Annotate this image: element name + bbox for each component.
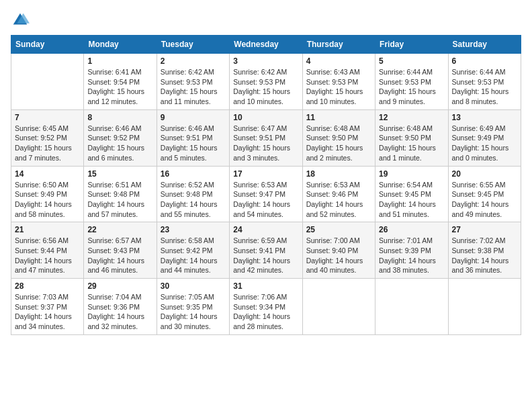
day-number: 1 [87, 56, 152, 66]
calendar-cell: 13Sunrise: 6:49 AM Sunset: 9:49 PM Dayli… [448, 109, 521, 166]
day-info: Sunrise: 6:48 AM Sunset: 9:50 PM Dayligh… [379, 124, 444, 163]
calendar-cell: 12Sunrise: 6:48 AM Sunset: 9:50 PM Dayli… [375, 109, 448, 166]
calendar-cell: 31Sunrise: 7:06 AM Sunset: 9:34 PM Dayli… [230, 279, 302, 335]
day-number: 31 [233, 281, 298, 291]
day-number: 9 [161, 113, 226, 122]
weekday-header-row: SundayMondayTuesdayWednesdayThursdayFrid… [11, 36, 521, 54]
day-info: Sunrise: 6:46 AM Sunset: 9:52 PM Dayligh… [87, 124, 152, 163]
day-info: Sunrise: 6:42 AM Sunset: 9:53 PM Dayligh… [233, 67, 298, 107]
calendar-cell [302, 279, 375, 335]
day-info: Sunrise: 6:53 AM Sunset: 9:47 PM Dayligh… [233, 180, 298, 220]
calendar-cell: 25Sunrise: 7:00 AM Sunset: 9:40 PM Dayli… [302, 222, 375, 279]
calendar-cell: 28Sunrise: 7:03 AM Sunset: 9:37 PM Dayli… [11, 279, 84, 335]
day-info: Sunrise: 6:54 AM Sunset: 9:45 PM Dayligh… [379, 180, 444, 220]
day-info: Sunrise: 6:56 AM Sunset: 9:44 PM Dayligh… [15, 236, 80, 275]
calendar-cell [11, 54, 84, 110]
day-number: 17 [233, 169, 298, 179]
calendar-cell: 7Sunrise: 6:45 AM Sunset: 9:52 PM Daylig… [11, 109, 84, 166]
day-number: 26 [379, 225, 444, 234]
calendar-cell: 18Sunrise: 6:53 AM Sunset: 9:46 PM Dayli… [302, 166, 375, 222]
weekday-header: Wednesday [230, 36, 302, 54]
calendar-table: SundayMondayTuesdayWednesdayThursdayFrid… [11, 35, 521, 335]
day-number: 8 [87, 113, 152, 122]
day-number: 2 [161, 56, 226, 66]
page-header [11, 11, 521, 30]
day-info: Sunrise: 6:52 AM Sunset: 9:48 PM Dayligh… [161, 180, 226, 220]
calendar-cell: 19Sunrise: 6:54 AM Sunset: 9:45 PM Dayli… [375, 166, 448, 222]
day-number: 23 [161, 225, 226, 234]
day-info: Sunrise: 6:53 AM Sunset: 9:46 PM Dayligh… [306, 180, 371, 220]
day-info: Sunrise: 6:59 AM Sunset: 9:41 PM Dayligh… [233, 236, 298, 275]
calendar-cell: 15Sunrise: 6:51 AM Sunset: 9:48 PM Dayli… [84, 166, 157, 222]
day-info: Sunrise: 6:44 AM Sunset: 9:53 PM Dayligh… [379, 67, 444, 107]
weekday-header: Thursday [302, 36, 375, 54]
day-number: 15 [87, 169, 152, 179]
day-info: Sunrise: 7:06 AM Sunset: 9:34 PM Dayligh… [233, 292, 298, 332]
day-info: Sunrise: 7:03 AM Sunset: 9:37 PM Dayligh… [15, 292, 80, 332]
calendar-week-row: 14Sunrise: 6:50 AM Sunset: 9:49 PM Dayli… [11, 166, 521, 222]
weekday-header: Friday [375, 36, 448, 54]
calendar-cell: 5Sunrise: 6:44 AM Sunset: 9:53 PM Daylig… [375, 54, 448, 110]
calendar-week-row: 7Sunrise: 6:45 AM Sunset: 9:52 PM Daylig… [11, 109, 521, 166]
calendar-week-row: 21Sunrise: 6:56 AM Sunset: 9:44 PM Dayli… [11, 222, 521, 279]
calendar-cell: 9Sunrise: 6:46 AM Sunset: 9:51 PM Daylig… [157, 109, 229, 166]
day-number: 21 [15, 225, 80, 234]
day-number: 5 [379, 56, 444, 66]
calendar-cell: 22Sunrise: 6:57 AM Sunset: 9:43 PM Dayli… [84, 222, 157, 279]
logo [11, 11, 32, 30]
calendar-cell: 27Sunrise: 7:02 AM Sunset: 9:38 PM Dayli… [448, 222, 521, 279]
day-info: Sunrise: 6:55 AM Sunset: 9:45 PM Dayligh… [452, 180, 517, 220]
day-number: 11 [306, 113, 371, 122]
calendar-cell: 24Sunrise: 6:59 AM Sunset: 9:41 PM Dayli… [230, 222, 302, 279]
day-info: Sunrise: 6:50 AM Sunset: 9:49 PM Dayligh… [15, 180, 80, 220]
day-info: Sunrise: 6:46 AM Sunset: 9:51 PM Dayligh… [161, 124, 226, 163]
calendar-cell: 6Sunrise: 6:44 AM Sunset: 9:53 PM Daylig… [448, 54, 521, 110]
calendar-cell: 3Sunrise: 6:42 AM Sunset: 9:53 PM Daylig… [230, 54, 302, 110]
day-number: 18 [306, 169, 371, 179]
day-info: Sunrise: 6:58 AM Sunset: 9:42 PM Dayligh… [161, 236, 226, 275]
day-number: 28 [15, 281, 80, 291]
day-info: Sunrise: 7:01 AM Sunset: 9:39 PM Dayligh… [379, 236, 444, 275]
calendar-cell: 21Sunrise: 6:56 AM Sunset: 9:44 PM Dayli… [11, 222, 84, 279]
day-number: 25 [306, 225, 371, 234]
weekday-header: Tuesday [157, 36, 229, 54]
day-number: 10 [233, 113, 298, 122]
calendar-cell: 4Sunrise: 6:43 AM Sunset: 9:53 PM Daylig… [302, 54, 375, 110]
day-number: 29 [87, 281, 152, 291]
day-number: 6 [452, 56, 517, 66]
calendar-cell: 14Sunrise: 6:50 AM Sunset: 9:49 PM Dayli… [11, 166, 84, 222]
logo-icon [11, 11, 30, 30]
day-info: Sunrise: 6:48 AM Sunset: 9:50 PM Dayligh… [306, 124, 371, 163]
day-number: 20 [452, 169, 517, 179]
calendar-cell: 23Sunrise: 6:58 AM Sunset: 9:42 PM Dayli… [157, 222, 229, 279]
calendar-cell: 30Sunrise: 7:05 AM Sunset: 9:35 PM Dayli… [157, 279, 229, 335]
calendar-cell: 11Sunrise: 6:48 AM Sunset: 9:50 PM Dayli… [302, 109, 375, 166]
weekday-header: Monday [84, 36, 157, 54]
day-number: 24 [233, 225, 298, 234]
calendar-cell: 2Sunrise: 6:42 AM Sunset: 9:53 PM Daylig… [157, 54, 229, 110]
day-number: 7 [15, 113, 80, 122]
day-number: 19 [379, 169, 444, 179]
calendar-cell: 20Sunrise: 6:55 AM Sunset: 9:45 PM Dayli… [448, 166, 521, 222]
calendar-cell [375, 279, 448, 335]
day-number: 27 [452, 225, 517, 234]
calendar-week-row: 28Sunrise: 7:03 AM Sunset: 9:37 PM Dayli… [11, 279, 521, 335]
day-number: 4 [306, 56, 371, 66]
calendar-week-row: 1Sunrise: 6:41 AM Sunset: 9:54 PM Daylig… [11, 54, 521, 110]
day-number: 13 [452, 113, 517, 122]
day-number: 16 [161, 169, 226, 179]
day-number: 14 [15, 169, 80, 179]
calendar-cell: 8Sunrise: 6:46 AM Sunset: 9:52 PM Daylig… [84, 109, 157, 166]
day-info: Sunrise: 6:42 AM Sunset: 9:53 PM Dayligh… [161, 67, 226, 107]
day-info: Sunrise: 7:00 AM Sunset: 9:40 PM Dayligh… [306, 236, 371, 275]
calendar-cell: 26Sunrise: 7:01 AM Sunset: 9:39 PM Dayli… [375, 222, 448, 279]
calendar-cell: 1Sunrise: 6:41 AM Sunset: 9:54 PM Daylig… [84, 54, 157, 110]
calendar-cell [448, 279, 521, 335]
calendar-cell: 10Sunrise: 6:47 AM Sunset: 9:51 PM Dayli… [230, 109, 302, 166]
weekday-header: Saturday [448, 36, 521, 54]
day-info: Sunrise: 7:04 AM Sunset: 9:36 PM Dayligh… [87, 292, 152, 332]
day-info: Sunrise: 6:49 AM Sunset: 9:49 PM Dayligh… [452, 124, 517, 163]
day-info: Sunrise: 6:41 AM Sunset: 9:54 PM Dayligh… [87, 67, 152, 107]
day-info: Sunrise: 6:44 AM Sunset: 9:53 PM Dayligh… [452, 67, 517, 107]
day-number: 22 [87, 225, 152, 234]
